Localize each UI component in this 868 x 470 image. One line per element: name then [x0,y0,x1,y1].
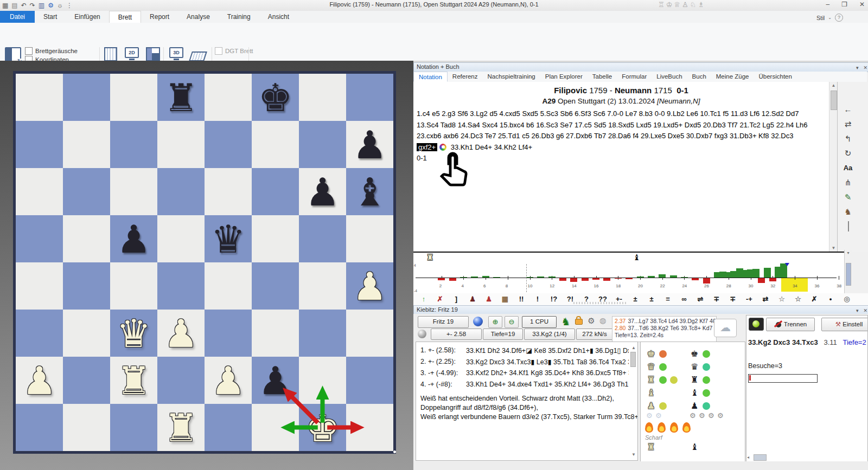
zoom-out-button[interactable]: ⊖ [505,316,519,328]
tab-übersichten[interactable]: Übersichten [754,72,797,82]
annotation-symbol-1[interactable]: ✗ [433,294,447,304]
square-a5[interactable] [16,215,63,262]
square-h8[interactable] [346,74,393,121]
square-b8[interactable] [63,74,110,121]
annotate-pen-icon[interactable]: ✎ [842,191,854,203]
ribbon-tab-report[interactable]: Report [141,11,178,23]
square-e2[interactable]: ♟ [205,357,252,404]
ribbon-tab-ansicht[interactable]: Ansicht [259,11,298,23]
save-icon[interactable]: ▤ [11,1,17,10]
scrollbar-thumb[interactable] [831,91,837,110]
ribbon-tab-brett[interactable]: Brett [109,11,141,23]
annotation-symbol-17[interactable]: ⇌ [693,294,707,304]
gear-icon[interactable]: ⚙ [48,1,54,10]
annotation-symbol-24[interactable]: ✗ [807,294,821,304]
pieces-icon[interactable]: ♞ [842,206,854,218]
square-g5[interactable] [299,215,346,262]
square-g4[interactable] [299,262,346,310]
square-a4[interactable] [16,262,63,310]
board-window-icon[interactable]: ▥ [39,1,44,10]
annotation-symbol-14[interactable]: ± [644,294,659,304]
square-f3[interactable] [252,310,299,357]
annotation-symbol-8[interactable]: !? [547,294,561,304]
square-f2[interactable]: ♟ [252,357,299,404]
zoom-in-button[interactable]: ⊕ [488,316,502,328]
square-b7[interactable] [63,121,110,168]
tab-meine-züge[interactable]: Meine Züge [711,72,754,82]
annotation-symbol-3[interactable]: ♟ [465,294,480,304]
tab-notation[interactable]: Notation [413,72,448,82]
checkbox-brettgeräusche[interactable]: Brettgeräusche [25,47,78,55]
square-b1[interactable] [63,404,110,451]
square-b3[interactable] [63,310,110,357]
engine-lines-box[interactable]: ▲ ▼ 1. +- (2.58):33.Kf1 Dh2 34.Df6+◪ Ke8… [416,342,638,461]
square-a8[interactable] [16,74,63,121]
square-h7[interactable]: ♟ [346,121,393,168]
square-h4[interactable]: ♟ [346,262,393,310]
square-f5[interactable] [252,215,299,262]
annotation-symbol-2[interactable]: ] [449,294,463,304]
titlebar-piece-icons[interactable]: ♖♔♕♙♘♗ [658,1,706,9]
cloud-engine-button[interactable]: ☁ [714,319,737,337]
square-f7[interactable] [252,121,299,168]
square-g3[interactable] [299,310,346,357]
square-d4[interactable] [157,262,205,310]
tab-plan-explorer[interactable]: Plan Explorer [540,72,588,82]
engine-ball-icon[interactable] [473,317,483,326]
scroll-down-icon[interactable]: ▼ [631,452,636,457]
square-d8[interactable]: ♜ [157,74,205,121]
close-button[interactable]: ✕ [859,1,865,8]
panel-close-icon[interactable]: ✕ [863,64,867,72]
style-selector[interactable]: Stil ⌄ ? [816,14,843,22]
square-e1[interactable] [205,404,252,451]
square-g1[interactable]: ♚ [299,404,346,451]
chess-board[interactable]: ♜♚♟♟♝♟♛♟♛♟♟♜♟♟♜♚ [13,71,396,454]
square-c1[interactable] [110,404,157,451]
square-a7[interactable] [16,121,63,168]
square-h6[interactable]: ♝ [346,168,393,215]
square-e4[interactable] [205,262,252,310]
annotation-symbol-22[interactable]: ☆ [775,294,789,304]
square-a6[interactable] [16,168,63,215]
square-d6[interactable] [157,168,205,215]
annotation-symbol-12[interactable]: +- [612,294,626,304]
square-c7[interactable] [110,121,157,168]
minimize-button[interactable]: – [826,1,829,8]
annotation-symbol-0[interactable]: ↑ [417,294,431,304]
notation-content[interactable]: Filipovic 1759 - Neumann 1715 0-1 A29 Op… [413,82,829,252]
annotation-symbol-6[interactable]: !! [514,294,528,304]
horizontal-scrollbar[interactable]: ◂ [747,454,834,460]
square-e3[interactable] [205,310,252,357]
help-icon[interactable]: ? [835,14,843,22]
brightness-icon[interactable]: ☼ [57,1,63,10]
annotation-symbol-23[interactable]: ☆ [791,294,805,304]
ribbon-tab-einfügen[interactable]: Einfügen [66,11,108,23]
square-d7[interactable] [157,121,205,168]
tab-buch[interactable]: Buch [687,72,711,82]
graph-scrollbar[interactable]: ▾ [844,250,852,293]
variation-tree-icon[interactable]: ⋔ [842,177,854,189]
square-g2[interactable] [299,357,346,404]
square-c5[interactable]: ♟ [110,215,157,262]
square-d1[interactable]: ♜ [157,404,205,451]
dgt-brett-checkbox[interactable]: DGT Brett [215,47,253,55]
notation-panel-header[interactable]: Notation + Buch ▾✕ [413,62,868,72]
square-d2[interactable] [157,357,205,404]
square-c2[interactable]: ♜ [110,357,157,404]
square-f1[interactable] [252,404,299,451]
square-c6[interactable] [110,168,157,215]
speed-button[interactable]: 272 kN/s [576,329,613,340]
current-move-button[interactable]: 33.Kg2 (1/4) [524,329,575,340]
annotation-symbol-4[interactable]: ♟ [482,294,496,304]
annotation-symbol-18[interactable]: ∓ [710,294,724,304]
eval-button[interactable]: +- 2.58 [431,329,482,340]
swap-variations-icon[interactable]: ⇄ [842,118,854,130]
ribbon-tab-training[interactable]: Training [219,11,259,23]
move-list[interactable]: 1.c4 e5 2.g3 Sf6 3.Lg2 d5 4.cxd5 Sxd5 5.… [413,105,829,164]
scroll-down-icon[interactable]: ▾ [845,250,852,255]
notation-scrollbar[interactable]: ▲ ▼ [829,82,838,252]
square-c3[interactable]: ♛ [110,310,157,357]
annotation-symbol-25[interactable]: • [824,294,838,304]
tab-referenz[interactable]: Referenz [448,72,483,82]
square-g8[interactable] [299,74,346,121]
